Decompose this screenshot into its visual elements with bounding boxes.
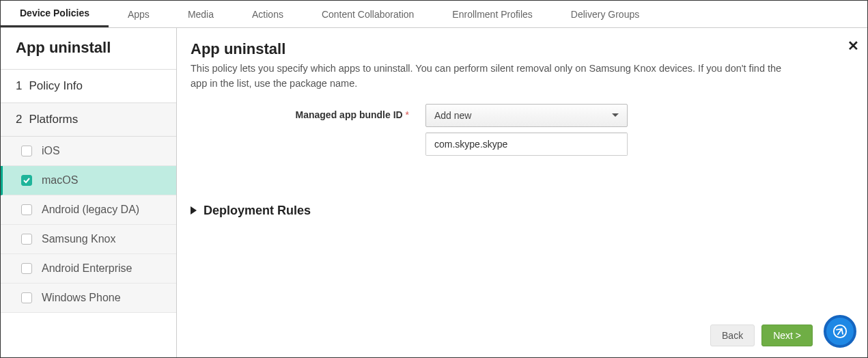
triangle-right-icon bbox=[191, 206, 197, 215]
step-number: 2 bbox=[16, 113, 22, 126]
step-label: Policy Info bbox=[29, 79, 82, 93]
checkbox-icon[interactable] bbox=[21, 175, 32, 186]
deployment-rules-label: Deployment Rules bbox=[204, 204, 311, 218]
platform-label: macOS bbox=[42, 174, 78, 187]
platform-label: iOS bbox=[42, 145, 60, 157]
platform-android-enterprise[interactable]: Android Enterprise bbox=[1, 254, 176, 284]
page-description: This policy lets you specify which apps … bbox=[191, 61, 792, 92]
tab-media[interactable]: Media bbox=[169, 1, 233, 27]
form-row-bundle-id: Managed app bundle ID * Add new bbox=[191, 104, 847, 156]
help-fab[interactable] bbox=[824, 315, 856, 348]
platform-android-legacy[interactable]: Android (legacy DA) bbox=[1, 195, 176, 225]
checkbox-icon[interactable] bbox=[21, 234, 32, 245]
platform-label: Samsung Knox bbox=[42, 233, 116, 245]
tab-actions[interactable]: Actions bbox=[233, 1, 303, 27]
select-value: Add new bbox=[434, 110, 471, 121]
close-icon[interactable]: ✕ bbox=[848, 38, 859, 54]
platform-samsung-knox[interactable]: Samsung Knox bbox=[1, 225, 176, 254]
checkbox-icon[interactable] bbox=[21, 146, 32, 156]
sidebar-title: App uninstall bbox=[1, 28, 176, 70]
step-number: 1 bbox=[16, 79, 22, 93]
bundle-id-select[interactable]: Add new bbox=[425, 104, 628, 127]
checkbox-icon[interactable] bbox=[21, 204, 32, 215]
step-policy-info[interactable]: 1 Policy Info bbox=[1, 70, 176, 103]
platform-macos[interactable]: macOS bbox=[1, 166, 176, 195]
tab-enrollment-profiles[interactable]: Enrollment Profiles bbox=[433, 1, 552, 27]
back-button[interactable]: Back bbox=[710, 325, 755, 346]
step-platforms[interactable]: 2 Platforms bbox=[1, 103, 176, 137]
sidebar: App uninstall 1 Policy Info 2 Platforms … bbox=[1, 28, 177, 357]
platform-label: Android Enterprise bbox=[42, 262, 132, 275]
bundle-id-label: Managed app bundle ID * bbox=[191, 104, 409, 120]
tab-apps[interactable]: Apps bbox=[109, 1, 169, 27]
page-title: App uninstall bbox=[191, 40, 847, 58]
step-label: Platforms bbox=[29, 113, 78, 126]
platform-windows-phone[interactable]: Windows Phone bbox=[1, 284, 176, 313]
tab-content-collaboration[interactable]: Content Collaboration bbox=[303, 1, 433, 27]
next-button[interactable]: Next > bbox=[761, 325, 813, 346]
bundle-id-input[interactable] bbox=[425, 133, 628, 156]
platform-label: Android (legacy DA) bbox=[42, 204, 139, 216]
tab-device-policies[interactable]: Device Policies bbox=[1, 1, 109, 27]
deployment-rules-toggle[interactable]: Deployment Rules bbox=[191, 204, 847, 218]
tab-delivery-groups[interactable]: Delivery Groups bbox=[552, 1, 658, 27]
platform-ios[interactable]: iOS bbox=[1, 137, 176, 166]
platform-label: Windows Phone bbox=[42, 292, 121, 304]
top-nav: Device Policies Apps Media Actions Conte… bbox=[1, 1, 867, 28]
footer-buttons: Back Next > bbox=[710, 325, 813, 346]
required-mark: * bbox=[406, 109, 409, 120]
form-controls: Add new bbox=[425, 104, 628, 156]
chevron-down-icon bbox=[612, 113, 619, 117]
checkbox-icon[interactable] bbox=[21, 263, 32, 274]
content-pane: ✕ App uninstall This policy lets you spe… bbox=[177, 28, 867, 357]
checkbox-icon[interactable] bbox=[21, 292, 32, 303]
send-icon bbox=[832, 324, 848, 339]
main-area: App uninstall 1 Policy Info 2 Platforms … bbox=[1, 28, 867, 357]
